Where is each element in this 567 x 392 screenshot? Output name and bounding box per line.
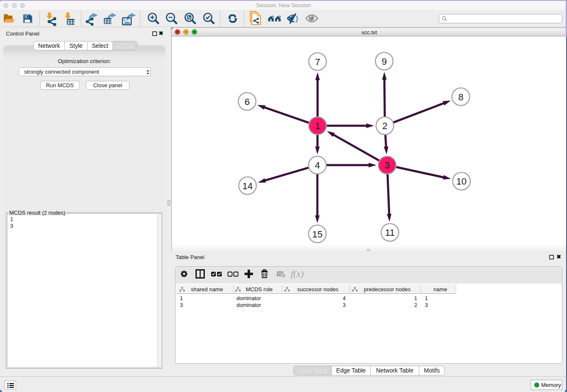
svg-text:9: 9 (382, 56, 387, 67)
svg-text:2: 2 (382, 121, 387, 131)
svg-text:8: 8 (458, 92, 463, 102)
svg-text:10: 10 (456, 176, 466, 187)
svg-text:7: 7 (315, 57, 320, 67)
svg-text:6: 6 (245, 97, 250, 107)
svg-text:1: 1 (315, 121, 320, 131)
svg-text:3: 3 (385, 160, 390, 171)
svg-text:14: 14 (242, 181, 253, 191)
svg-text:4: 4 (315, 160, 320, 171)
svg-text:15: 15 (312, 229, 322, 240)
svg-text:11: 11 (385, 227, 395, 238)
